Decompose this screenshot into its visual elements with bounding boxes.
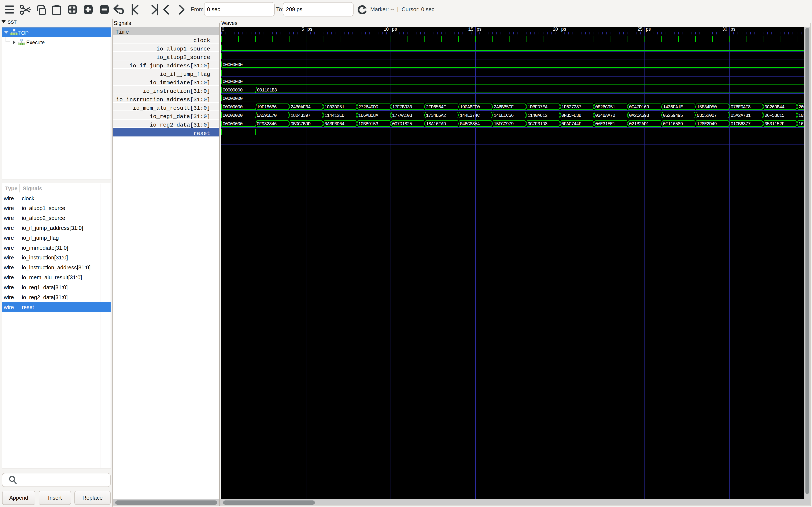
svg-text:10: 10 bbox=[384, 27, 389, 32]
svg-text:ps: ps bbox=[307, 27, 312, 32]
svg-text:25: 25 bbox=[637, 27, 643, 32]
svg-text:20: 20 bbox=[553, 27, 558, 32]
svg-text:146EEC56: 146EEC56 bbox=[494, 113, 514, 118]
svg-text:19F186B6: 19F186B6 bbox=[257, 105, 276, 110]
svg-text:15FCC979: 15FCC979 bbox=[494, 121, 514, 127]
svg-text:0A595E70: 0A595E70 bbox=[257, 113, 276, 118]
svg-text:05A2A781: 05A2A781 bbox=[730, 113, 751, 118]
svg-text:007D1825: 007D1825 bbox=[392, 121, 412, 127]
svg-text:2FD6564F: 2FD6564F bbox=[426, 105, 446, 110]
svg-text:0FAC744F: 0FAC744F bbox=[561, 121, 581, 127]
svg-text:1050D2E4: 1050D2E4 bbox=[798, 113, 804, 118]
svg-text:0A2CA698: 0A2CA698 bbox=[629, 113, 649, 118]
svg-text:0F982846: 0F982846 bbox=[257, 121, 276, 127]
svg-text:0E2BC951: 0E2BC951 bbox=[595, 105, 615, 110]
svg-text:1F627287: 1F627287 bbox=[561, 105, 581, 110]
svg-text:05259495: 05259495 bbox=[663, 113, 683, 118]
svg-text:15: 15 bbox=[468, 27, 473, 32]
svg-text:00000000: 00000000 bbox=[223, 62, 243, 68]
svg-text:0BDC7B9D: 0BDC7B9D bbox=[291, 121, 311, 127]
svg-text:ps: ps bbox=[476, 27, 481, 32]
svg-text:0C47D169: 0C47D169 bbox=[629, 105, 649, 110]
svg-text:10BB9153: 10BB9153 bbox=[358, 121, 378, 127]
svg-text:1436FA1E: 1436FA1E bbox=[663, 105, 683, 110]
svg-text:30: 30 bbox=[722, 27, 727, 32]
svg-text:0531152F: 0531152F bbox=[764, 121, 784, 127]
svg-text:001101B3: 001101B3 bbox=[257, 88, 277, 93]
svg-text:17F7B930: 17F7B930 bbox=[392, 105, 412, 110]
svg-text:18D43397: 18D43397 bbox=[291, 113, 310, 118]
svg-text:06F58615: 06F58615 bbox=[764, 113, 784, 118]
svg-text:ps: ps bbox=[730, 27, 735, 32]
svg-text:00000000: 00000000 bbox=[223, 121, 243, 127]
svg-text:18A16FAD: 18A16FAD bbox=[426, 121, 446, 127]
svg-text:144E374C: 144E374C bbox=[460, 113, 480, 118]
svg-text:00000000: 00000000 bbox=[223, 79, 243, 84]
svg-text:00000000: 00000000 bbox=[223, 113, 243, 118]
svg-text:2A6BB5CF: 2A6BB5CF bbox=[494, 105, 514, 110]
svg-text:0C269B44: 0C269B44 bbox=[764, 105, 784, 110]
svg-text:15E34D50: 15E34D50 bbox=[697, 105, 717, 110]
svg-text:166ABC8A: 166ABC8A bbox=[358, 113, 378, 118]
svg-text:24B0AF34: 24B0AF34 bbox=[291, 105, 311, 110]
svg-text:0348AA70: 0348AA70 bbox=[595, 113, 615, 118]
svg-text:1671A3B2: 1671A3B2 bbox=[798, 121, 804, 127]
svg-text:1DBFD7EA: 1DBFD7EA bbox=[527, 105, 548, 110]
svg-text:ps: ps bbox=[561, 27, 566, 32]
svg-text:0AE31EE1: 0AE31EE1 bbox=[595, 121, 615, 127]
svg-text:0FB5FE38: 0FB5FE38 bbox=[561, 113, 581, 118]
svg-text:114412ED: 114412ED bbox=[324, 113, 345, 118]
svg-text:03552007: 03552007 bbox=[697, 113, 717, 118]
svg-text:021B2AD1: 021B2AD1 bbox=[629, 121, 649, 127]
svg-text:00000000: 00000000 bbox=[223, 105, 243, 110]
svg-text:ps: ps bbox=[392, 27, 397, 32]
svg-text:27264DDD: 27264DDD bbox=[358, 105, 378, 110]
svg-text:076E0AF8: 076E0AF8 bbox=[730, 105, 751, 110]
svg-text:0ABFBD64: 0ABFBD64 bbox=[324, 121, 345, 127]
svg-text:1140A612: 1140A612 bbox=[527, 113, 548, 118]
svg-text:0: 0 bbox=[221, 27, 224, 32]
svg-text:ps: ps bbox=[646, 27, 651, 32]
svg-text:00000000: 00000000 bbox=[223, 96, 243, 101]
svg-text:5: 5 bbox=[301, 27, 304, 32]
svg-text:0F116589: 0F116589 bbox=[663, 121, 683, 127]
svg-text:190ABFF0: 190ABFF0 bbox=[460, 105, 479, 110]
svg-text:128E2D49: 128E2D49 bbox=[697, 121, 717, 127]
svg-text:26C4F2D1: 26C4F2D1 bbox=[798, 105, 804, 110]
svg-text:00000000: 00000000 bbox=[223, 88, 243, 93]
svg-text:01CB6377: 01CB6377 bbox=[730, 121, 751, 127]
svg-text:177AA10B: 177AA10B bbox=[392, 113, 412, 118]
svg-text:1734E6A2: 1734E6A2 bbox=[426, 113, 446, 118]
svg-text:0C7F31D8: 0C7F31D8 bbox=[527, 121, 548, 127]
svg-text:04BC88A4: 04BC88A4 bbox=[460, 121, 480, 127]
svg-text:1C03D051: 1C03D051 bbox=[324, 105, 345, 110]
